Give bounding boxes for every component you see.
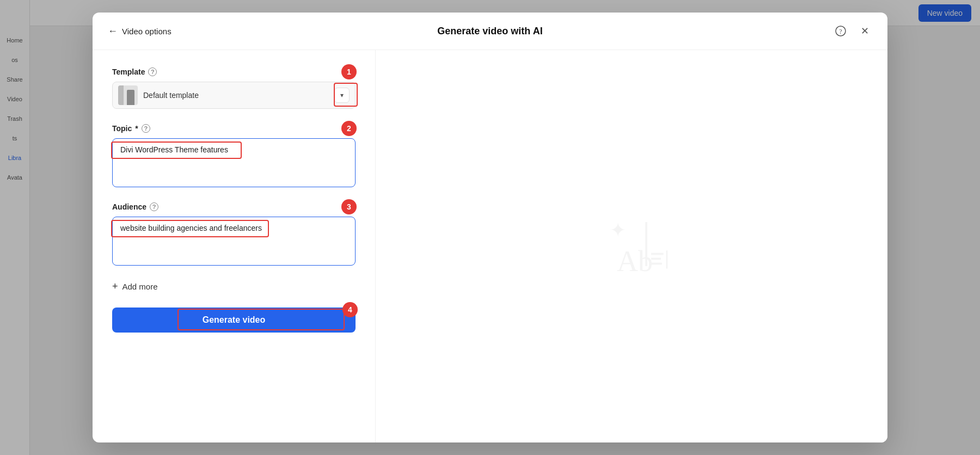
template-thumbnail xyxy=(118,85,138,105)
back-arrow-icon: ← xyxy=(108,26,118,37)
topic-field-group: Topic * ? 2 xyxy=(112,124,356,187)
right-panel: ✦ Ab xyxy=(376,50,887,442)
audience-help-icon[interactable]: ? xyxy=(150,202,158,211)
back-button[interactable]: ← Video options xyxy=(108,26,171,37)
step-badge-4: 4 xyxy=(342,302,358,317)
generate-video-button[interactable]: Generate video xyxy=(112,308,356,333)
plus-icon: + xyxy=(112,281,118,292)
template-select[interactable]: Default template ▾ xyxy=(112,82,356,109)
help-icon[interactable]: ? xyxy=(833,23,848,39)
add-more-label: Add more xyxy=(122,282,158,291)
preview-placeholder: ✦ Ab xyxy=(583,198,681,296)
modal-body: Template ? Default template ▾ 1 xyxy=(93,50,887,442)
template-label: Template ? xyxy=(112,67,356,76)
add-more-button[interactable]: + Add more xyxy=(112,281,356,292)
modal-header-actions: ? ✕ xyxy=(833,23,872,39)
left-panel: Template ? Default template ▾ 1 xyxy=(93,50,376,442)
svg-text:✦: ✦ xyxy=(610,219,626,241)
step-badge-1: 1 xyxy=(341,64,357,79)
modal-header: ← Video options Generate video with AI ?… xyxy=(93,13,887,50)
topic-label: Topic * ? xyxy=(112,124,356,133)
template-help-icon[interactable]: ? xyxy=(148,67,157,76)
step-badge-2: 2 xyxy=(341,121,357,136)
template-field-group: Template ? Default template ▾ 1 xyxy=(112,67,356,109)
close-icon[interactable]: ✕ xyxy=(857,23,872,39)
audience-textarea[interactable] xyxy=(112,217,356,266)
step-badge-3: 3 xyxy=(341,199,357,214)
modal-title: Generate video with AI xyxy=(437,26,542,37)
modal-overlay: ← Video options Generate video with AI ?… xyxy=(0,0,980,455)
template-dropdown-arrow[interactable]: ▾ xyxy=(334,88,350,103)
back-label: Video options xyxy=(122,27,171,36)
svg-text:Ab: Ab xyxy=(617,245,653,278)
modal: ← Video options Generate video with AI ?… xyxy=(93,13,887,442)
topic-help-icon[interactable]: ? xyxy=(142,124,150,133)
audience-field-group: Audience ? 3 xyxy=(112,202,356,266)
svg-text:?: ? xyxy=(839,28,842,35)
topic-textarea[interactable] xyxy=(112,138,356,187)
template-name: Default template xyxy=(143,91,334,100)
audience-label: Audience ? xyxy=(112,202,356,211)
